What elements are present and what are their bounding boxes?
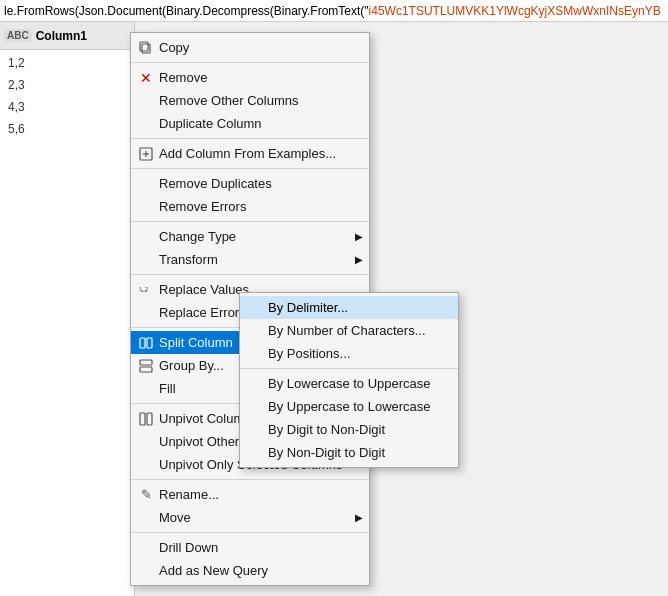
svg-rect-9 <box>147 338 152 348</box>
arrow-icon: ▶ <box>355 231 363 242</box>
table-row: 1,2 <box>0 52 134 74</box>
table-row: 5,6 <box>0 118 134 140</box>
submenu-item-by-uppercase-to-lowercase[interactable]: By Uppercase to Lowercase <box>240 395 458 418</box>
formula-text: le.FromRows(Json.Document(Binary.Decompr… <box>4 4 661 18</box>
menu-item-change-type[interactable]: Change Type ▶ <box>131 225 369 248</box>
rename-icon: ✎ <box>137 486 155 504</box>
separator <box>131 274 369 275</box>
replace-values-icon: ↔ 1 2 <box>137 281 155 299</box>
table-rows: 1,2 2,3 4,3 5,6 <box>0 50 134 142</box>
unpivot-columns-icon <box>137 410 155 428</box>
svg-rect-0 <box>142 44 150 53</box>
menu-item-remove-duplicates[interactable]: Remove Duplicates <box>131 172 369 195</box>
menu-item-remove-errors[interactable]: Remove Errors <box>131 195 369 218</box>
separator <box>131 221 369 222</box>
menu-item-add-column-from-examples[interactable]: Add Column From Examples... <box>131 142 369 165</box>
arrow-icon: ▶ <box>355 254 363 265</box>
formula-highlight: i45Wc1TSUTLUMVKK1YlWcgKyjXSMwWxnINsEynYB <box>369 4 661 18</box>
table-row: 2,3 <box>0 74 134 96</box>
split-column-submenu: By Delimiter... By Number of Characters.… <box>239 292 459 468</box>
formula-prefix: le.FromRows(Json.Document(Binary.Decompr… <box>4 4 369 18</box>
table-row: 4,3 <box>0 96 134 118</box>
svg-rect-12 <box>140 413 145 425</box>
submenu-item-by-number-of-chars[interactable]: By Number of Characters... <box>240 319 458 342</box>
menu-item-duplicate-column[interactable]: Duplicate Column <box>131 112 369 135</box>
svg-rect-10 <box>140 360 152 365</box>
copy-icon <box>137 39 155 57</box>
submenu-item-by-non-digit-to-digit[interactable]: By Non-Digit to Digit <box>240 441 458 464</box>
arrow-icon: ▶ <box>355 512 363 523</box>
group-by-icon <box>137 357 155 375</box>
main-area: ABC Column1 1,2 2,3 4,3 5,6 Copy ✕ Remov… <box>0 22 668 596</box>
column-name: Column1 <box>36 29 87 43</box>
menu-item-remove[interactable]: ✕ Remove <box>131 66 369 89</box>
svg-rect-1 <box>140 42 148 51</box>
separator <box>131 62 369 63</box>
separator <box>240 368 458 369</box>
table-area: ABC Column1 1,2 2,3 4,3 5,6 <box>0 22 135 596</box>
submenu-item-by-digit-to-non-digit[interactable]: By Digit to Non-Digit <box>240 418 458 441</box>
submenu-item-by-lowercase-to-uppercase[interactable]: By Lowercase to Uppercase <box>240 372 458 395</box>
menu-item-add-as-new-query[interactable]: Add as New Query <box>131 559 369 582</box>
menu-item-transform[interactable]: Transform ▶ <box>131 248 369 271</box>
submenu-item-by-positions[interactable]: By Positions... <box>240 342 458 365</box>
submenu-item-by-delimiter[interactable]: By Delimiter... <box>240 296 458 319</box>
formula-bar: le.FromRows(Json.Document(Binary.Decompr… <box>0 0 668 22</box>
separator <box>131 168 369 169</box>
remove-icon: ✕ <box>137 69 155 87</box>
separator <box>131 479 369 480</box>
col-type-icon: ABC <box>4 29 32 42</box>
svg-rect-8 <box>140 338 145 348</box>
svg-rect-11 <box>140 367 152 372</box>
menu-item-drill-down[interactable]: Drill Down <box>131 536 369 559</box>
svg-rect-13 <box>147 413 152 425</box>
menu-item-move[interactable]: Move ▶ <box>131 506 369 529</box>
menu-item-remove-other-columns[interactable]: Remove Other Columns <box>131 89 369 112</box>
table-header: ABC Column1 <box>0 22 134 50</box>
menu-item-copy[interactable]: Copy <box>131 36 369 59</box>
menu-item-rename[interactable]: ✎ Rename... <box>131 483 369 506</box>
add-column-icon <box>137 145 155 163</box>
split-column-icon <box>137 334 155 352</box>
separator <box>131 138 369 139</box>
separator <box>131 532 369 533</box>
